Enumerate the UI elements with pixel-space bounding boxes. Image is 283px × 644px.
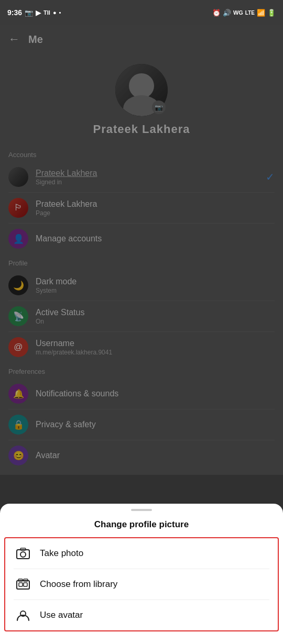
signal-bar1: 📶 bbox=[257, 9, 265, 17]
take-photo-icon bbox=[16, 548, 30, 559]
use-avatar-icon bbox=[16, 609, 30, 621]
choose-library-label: Choose from library bbox=[40, 579, 117, 590]
choose-library-icon bbox=[16, 579, 30, 590]
youtube-icon: ▶ bbox=[36, 9, 41, 17]
status-left: 9:36 📷 ▶ TII ● • bbox=[7, 8, 61, 17]
bottom-sheet-title: Change profile picture bbox=[0, 515, 283, 537]
battery-icon: 🔋 bbox=[267, 9, 276, 17]
overlay bbox=[0, 25, 283, 523]
status-bar: 9:36 📷 ▶ TII ● • ⏰ 🔊 WG LTE 📶 🔋 bbox=[0, 0, 283, 25]
extra-dot: • bbox=[59, 9, 61, 16]
instagram-icon: 📷 bbox=[25, 9, 33, 17]
bottom-sheet: Change profile picture Take photo bbox=[0, 504, 283, 644]
drag-handle bbox=[131, 509, 152, 511]
volume-icon: 🔊 bbox=[223, 9, 231, 17]
lte-icon: LTE bbox=[245, 10, 255, 16]
dot-icon: ● bbox=[53, 9, 57, 16]
svg-rect-6 bbox=[19, 583, 23, 586]
use-avatar-label: Use avatar bbox=[40, 610, 83, 620]
wifi-icon: WG bbox=[233, 9, 243, 16]
signal-icon: TII bbox=[43, 9, 50, 16]
svg-rect-7 bbox=[24, 583, 27, 586]
alarm-icon: ⏰ bbox=[212, 9, 221, 17]
choose-library-option[interactable]: Choose from library bbox=[5, 569, 278, 599]
use-avatar-option[interactable]: Use avatar bbox=[5, 600, 278, 630]
options-highlight-box: Take photo Choose from library bbox=[4, 537, 279, 631]
time: 9:36 bbox=[7, 8, 22, 17]
status-right: ⏰ 🔊 WG LTE 📶 🔋 bbox=[212, 9, 276, 17]
take-photo-option[interactable]: Take photo bbox=[5, 538, 278, 569]
take-photo-label: Take photo bbox=[40, 548, 83, 559]
svg-point-1 bbox=[20, 552, 26, 557]
